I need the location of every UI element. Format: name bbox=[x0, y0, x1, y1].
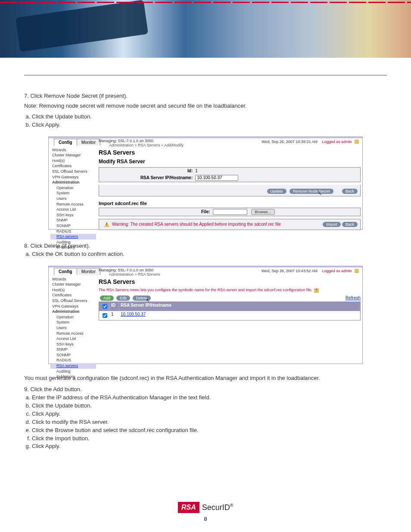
note-7: Note: Removing node secret will remove n… bbox=[24, 103, 387, 110]
nav2-system[interactable]: System bbox=[50, 320, 96, 325]
nav-in-memory[interactable]: In-Memory bbox=[50, 245, 96, 250]
row-checkbox[interactable] bbox=[103, 313, 107, 318]
step-9c: Click Apply. bbox=[32, 411, 387, 418]
warning-text: Warning: The created RSA servers should … bbox=[112, 222, 319, 227]
nav2-in-memory[interactable]: In-Memory bbox=[50, 374, 96, 380]
nav-auditing[interactable]: Auditing bbox=[50, 240, 96, 245]
nav-access-list[interactable]: Access List bbox=[50, 207, 96, 212]
screenshot-modify-rsa: Config Monitor Wizards Cluster Manager H… bbox=[48, 137, 363, 230]
nav2-vpn[interactable]: VPN Gateways bbox=[50, 304, 96, 309]
col-ip: RSA Server IP/Hostname bbox=[119, 302, 360, 311]
nav2-remote-access[interactable]: Remote Access bbox=[50, 331, 96, 336]
lock-icon-2 bbox=[355, 269, 359, 273]
divider bbox=[24, 75, 387, 75]
nav-sidebar: Wizards Cluster Manager Host(s) Certific… bbox=[50, 147, 96, 250]
step-7-list: Click the Update button. Click Apply. bbox=[24, 113, 387, 129]
step-7a: Click the Update button. bbox=[32, 113, 387, 121]
nav-ssl-offload[interactable]: SSL Offload Servers bbox=[50, 169, 96, 174]
import-title: Import sdconf.rec file bbox=[99, 201, 361, 206]
nav2-snmp[interactable]: SNMP bbox=[50, 347, 96, 352]
tab-config[interactable]: Config bbox=[54, 139, 77, 146]
nav-hosts[interactable]: Host(s) bbox=[50, 158, 96, 164]
col-id: ID bbox=[109, 302, 119, 311]
step-8a: Click the OK button to confirm action. bbox=[32, 251, 387, 258]
refresh-link[interactable]: Refresh bbox=[346, 296, 361, 300]
nav2-operation[interactable]: Operation bbox=[50, 314, 96, 320]
nav2-users[interactable]: Users bbox=[50, 325, 96, 331]
update-button[interactable]: Update bbox=[267, 189, 286, 194]
footer: RSA SecurID® 8 bbox=[24, 502, 387, 532]
nav-administration[interactable]: Administration bbox=[50, 180, 96, 185]
tab-bar: Config Monitor bbox=[54, 139, 100, 146]
lock-icon bbox=[355, 140, 359, 144]
nav2-hosts[interactable]: Host(s) bbox=[50, 287, 96, 293]
nav2-administration[interactable]: Administration bbox=[50, 309, 96, 314]
rsa-securid-logo: RSA SecurID® bbox=[178, 502, 233, 513]
nav-certs[interactable]: Certificates bbox=[50, 163, 96, 169]
table-row: 1 10.100.50.37 bbox=[99, 311, 360, 320]
step-9a: Enter the IP address of the RSA Authenti… bbox=[32, 394, 387, 401]
nav-operation[interactable]: Operation bbox=[50, 185, 96, 191]
nav-users[interactable]: Users bbox=[50, 196, 96, 202]
logged-as-2: Logged as admin bbox=[322, 269, 352, 273]
rsa-table: ID RSA Server IP/Hostname 1 10.100.50.37 bbox=[99, 302, 361, 320]
back-button[interactable]: Back bbox=[342, 189, 358, 194]
nav-snmp[interactable]: SNMP bbox=[50, 218, 96, 223]
tab-monitor-2[interactable]: Monitor bbox=[77, 268, 100, 275]
edit-button[interactable]: Edit bbox=[116, 296, 130, 301]
step-9b: Click the Update button. bbox=[32, 402, 387, 410]
section-title: Modify RSA Server bbox=[99, 159, 361, 165]
help-icon[interactable]: ? bbox=[314, 288, 319, 293]
nav-radius[interactable]: RADIUS bbox=[50, 229, 96, 234]
page-title: RSA Servers bbox=[99, 149, 361, 156]
id-value: 1 bbox=[195, 168, 238, 173]
step-9d: Click to modify the RSA server. bbox=[32, 419, 387, 426]
nav2-ssl-offload[interactable]: SSL Offload Servers bbox=[50, 298, 96, 304]
nav-remote-access[interactable]: Remote Access bbox=[50, 202, 96, 207]
page-content: 7. Click Remove Node Secret (if present)… bbox=[0, 58, 411, 532]
nav2-ssh-keys[interactable]: SSH keys bbox=[50, 342, 96, 347]
step-9f: Click the Import button. bbox=[32, 435, 387, 442]
cursor-icon-2: ↖ bbox=[146, 298, 149, 303]
tab-monitor[interactable]: Monitor bbox=[77, 139, 100, 146]
add-button[interactable]: Add bbox=[100, 296, 114, 301]
step-9: 9. Click the Add button. bbox=[24, 386, 387, 392]
screenshot-rsa-list: Config Monitor Wizards Cluster Manager H… bbox=[48, 266, 363, 364]
status-bar: Wed, Sep 26, 2007 10:38:21 AM Logged as … bbox=[262, 140, 359, 144]
nav2-certs[interactable]: Certificates bbox=[50, 292, 96, 298]
back-button-2[interactable]: Back bbox=[342, 222, 358, 227]
nav2-sonmp[interactable]: SONMP bbox=[50, 352, 96, 358]
nav2-cluster[interactable]: Cluster Manager bbox=[50, 282, 96, 287]
intro-text: The RSA Servers menu lets you configure … bbox=[99, 288, 361, 293]
step-7b: Click Apply. bbox=[32, 121, 387, 129]
step-9g: Click Apply. bbox=[32, 443, 387, 450]
nav-sonmp[interactable]: SONMP bbox=[50, 223, 96, 229]
nav-wizards[interactable]: Wizards bbox=[50, 147, 96, 153]
nav-system[interactable]: System bbox=[50, 190, 96, 196]
ip-input[interactable] bbox=[195, 175, 238, 181]
warning-icon bbox=[104, 222, 109, 227]
nav2-access-list[interactable]: Access List bbox=[50, 336, 96, 342]
row-ip-link[interactable]: 10.100.50.37 bbox=[121, 312, 146, 317]
nav-cluster[interactable]: Cluster Manager bbox=[50, 152, 96, 158]
remove-node-secret-button[interactable]: Remove Node Secret bbox=[290, 189, 333, 194]
select-all-checkbox[interactable] bbox=[103, 304, 107, 309]
nav2-auditing[interactable]: Auditing bbox=[50, 369, 96, 374]
browse-button[interactable]: Browse... bbox=[251, 209, 275, 215]
import-button[interactable]: Import bbox=[323, 222, 341, 227]
page-number: 8 bbox=[24, 516, 387, 522]
timestamp-2: Wed, Sep 26, 2007 10:43:52 AM bbox=[262, 269, 318, 273]
ip-label: RSA Server IP/Hostname: bbox=[140, 175, 193, 180]
row-id: 1 bbox=[109, 311, 119, 320]
nav2-wizards[interactable]: Wizards bbox=[50, 277, 96, 282]
page-title-2: RSA Servers bbox=[99, 278, 361, 285]
nav2-rsa-servers[interactable]: RSA servers bbox=[50, 363, 96, 369]
nav2-radius[interactable]: RADIUS bbox=[50, 358, 96, 363]
step-8-list: Click the OK button to confirm action. bbox=[24, 251, 387, 258]
header-banner bbox=[0, 0, 411, 58]
tab-config-2[interactable]: Config bbox=[54, 268, 77, 275]
nav-ssh-keys[interactable]: SSH keys bbox=[50, 212, 96, 218]
nav-rsa-servers[interactable]: RSA servers bbox=[50, 234, 96, 240]
nav-vpn[interactable]: VPN Gateways bbox=[50, 174, 96, 180]
file-input[interactable] bbox=[213, 209, 247, 215]
